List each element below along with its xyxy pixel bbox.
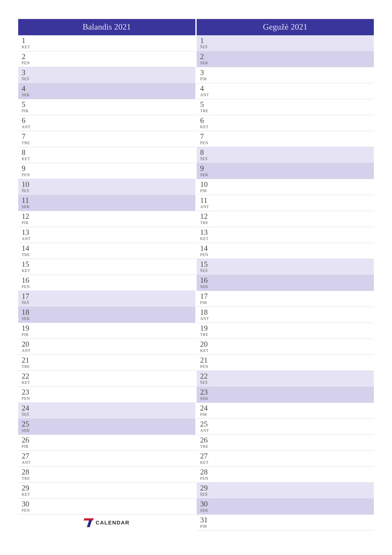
day-number: 22 bbox=[200, 372, 214, 380]
day-weekday: TRE bbox=[200, 109, 214, 113]
day-number: 25 bbox=[200, 420, 214, 428]
day-weekday: PIR bbox=[200, 300, 214, 305]
day-label: 11ANT bbox=[200, 196, 214, 209]
day-row: 10ŠEŠ bbox=[18, 179, 195, 195]
day-weekday: ANT bbox=[22, 125, 36, 129]
day-number: 25 bbox=[22, 420, 36, 428]
day-weekday: ŠEŠ bbox=[200, 380, 214, 385]
day-number: 10 bbox=[22, 180, 36, 188]
day-weekday: KET bbox=[22, 380, 36, 385]
day-label: 6KET bbox=[200, 117, 214, 129]
day-label: 6ANT bbox=[22, 117, 36, 129]
day-row: 13ANT bbox=[18, 227, 195, 243]
day-label: 10PIR bbox=[200, 180, 214, 193]
day-row: 18ANT bbox=[197, 307, 374, 323]
day-row: 30PEN bbox=[18, 499, 195, 515]
day-weekday: SEK bbox=[22, 204, 36, 209]
day-label: 8ŠEŠ bbox=[200, 148, 214, 161]
day-number: 13 bbox=[200, 228, 214, 236]
day-row: 2PEN bbox=[18, 51, 195, 67]
day-row: 8KET bbox=[18, 147, 195, 163]
day-number: 15 bbox=[22, 260, 36, 268]
day-weekday: TRE bbox=[22, 141, 36, 145]
day-weekday: ANT bbox=[200, 204, 214, 209]
day-label: 12TRE bbox=[200, 212, 214, 225]
day-weekday: TRE bbox=[200, 332, 214, 337]
day-row: 26TRE bbox=[197, 435, 374, 451]
day-label: 3ŠEŠ bbox=[22, 68, 36, 81]
day-number: 3 bbox=[200, 68, 214, 76]
day-row: 6ANT bbox=[18, 115, 195, 131]
day-weekday: PIR bbox=[200, 189, 214, 193]
day-row: 5PIR bbox=[18, 99, 195, 115]
day-label: 17ŠEŠ bbox=[22, 292, 36, 305]
day-number: 20 bbox=[22, 340, 36, 348]
day-label: 5TRE bbox=[200, 101, 214, 113]
day-label: 13ANT bbox=[22, 228, 36, 241]
day-number: 18 bbox=[22, 308, 36, 316]
day-weekday: ŠEŠ bbox=[22, 300, 36, 305]
day-weekday: ŠEŠ bbox=[22, 77, 36, 81]
day-row: 12TRE bbox=[197, 211, 374, 227]
day-label: 24PIR bbox=[200, 404, 214, 417]
day-number: 10 bbox=[200, 180, 214, 188]
day-row: 12PIR bbox=[18, 211, 195, 227]
day-weekday: KET bbox=[200, 460, 214, 465]
day-label: 16PEN bbox=[22, 276, 36, 289]
day-label: 19TRE bbox=[200, 324, 214, 337]
day-weekday: SEK bbox=[200, 61, 214, 65]
day-weekday: PIR bbox=[200, 77, 214, 81]
day-weekday: PIR bbox=[22, 220, 36, 225]
day-row: 11SEK bbox=[18, 195, 195, 211]
day-number: 17 bbox=[22, 292, 36, 300]
day-weekday: ŠEŠ bbox=[22, 189, 36, 193]
day-number: 12 bbox=[200, 212, 214, 220]
day-row: 3ŠEŠ bbox=[18, 67, 195, 83]
day-row: 30SEK bbox=[197, 499, 374, 515]
day-number: 7 bbox=[22, 132, 36, 140]
day-weekday: PEN bbox=[200, 476, 214, 481]
day-weekday: TRE bbox=[22, 253, 36, 257]
day-row: 15ŠEŠ bbox=[197, 259, 374, 275]
day-number: 23 bbox=[200, 388, 214, 396]
day-weekday: ANT bbox=[22, 460, 36, 465]
day-number: 15 bbox=[200, 260, 214, 268]
day-label: 28PEN bbox=[200, 468, 214, 481]
day-row: 31PIR bbox=[197, 515, 374, 531]
day-number: 29 bbox=[200, 484, 214, 492]
day-label: 9SEK bbox=[200, 164, 214, 177]
day-number: 14 bbox=[22, 244, 36, 252]
day-label: 24ŠEŠ bbox=[22, 404, 36, 417]
day-row: 16PEN bbox=[18, 275, 195, 291]
day-number: 27 bbox=[200, 452, 214, 460]
day-weekday: TRE bbox=[200, 444, 214, 449]
day-row: 2SEK bbox=[197, 51, 374, 67]
day-row: 15KET bbox=[18, 259, 195, 275]
day-row: 18SEK bbox=[18, 307, 195, 323]
day-number: 8 bbox=[200, 148, 214, 156]
day-number: 26 bbox=[200, 436, 214, 444]
day-number: 21 bbox=[200, 356, 214, 364]
day-row: 20ANT bbox=[18, 339, 195, 355]
day-row: 25SEK bbox=[18, 419, 195, 435]
day-weekday: ANT bbox=[22, 348, 36, 353]
day-number: 26 bbox=[22, 436, 36, 444]
day-row: 5TRE bbox=[197, 99, 374, 115]
day-number: 2 bbox=[22, 52, 36, 60]
day-label: 16SEK bbox=[200, 276, 214, 289]
day-weekday: ŠEŠ bbox=[200, 269, 214, 273]
day-weekday: PIR bbox=[200, 412, 214, 416]
day-number: 1 bbox=[22, 37, 36, 44]
day-label: 12PIR bbox=[22, 212, 36, 225]
day-number: 21 bbox=[22, 356, 36, 364]
day-weekday: ANT bbox=[200, 428, 214, 432]
day-label: 5PIR bbox=[22, 101, 36, 113]
day-label: 11SEK bbox=[22, 196, 36, 209]
day-row: 14TRE bbox=[18, 243, 195, 259]
day-weekday: PEN bbox=[200, 364, 214, 369]
month-title: Gegužė 2021 bbox=[197, 19, 374, 35]
day-weekday: PEN bbox=[200, 141, 214, 145]
day-number: 12 bbox=[22, 212, 36, 220]
day-number: 16 bbox=[22, 276, 36, 284]
day-number: 2 bbox=[200, 52, 214, 60]
